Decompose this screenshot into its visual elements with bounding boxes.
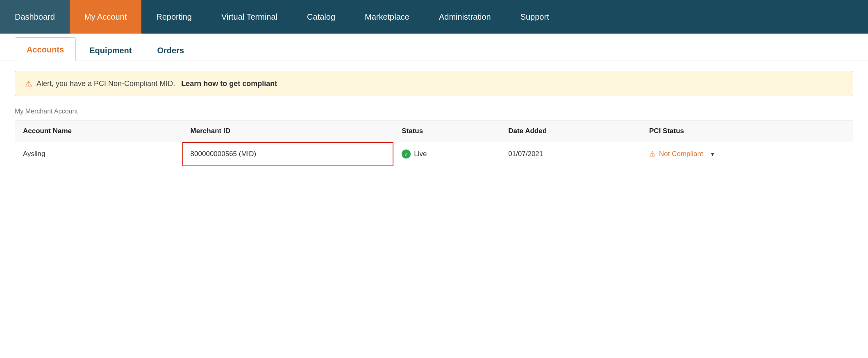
nav-item-reporting[interactable]: Reporting [141, 0, 207, 34]
pci-status-label: Not Compliant [659, 150, 703, 158]
tab-orders[interactable]: Orders [145, 38, 196, 61]
col-header-account-name: Account Name [15, 120, 182, 142]
nav-item-virtual-terminal[interactable]: Virtual Terminal [207, 0, 292, 34]
date-added-cell: 01/07/2021 [500, 142, 641, 166]
status-live-icon: ✓ [402, 150, 411, 159]
nav-item-my-account[interactable]: My Account [70, 0, 141, 34]
nav-item-support[interactable]: Support [506, 0, 564, 34]
nav-item-catalog[interactable]: Catalog [292, 0, 350, 34]
table-header-row: Account Name Merchant ID Status Date Add… [15, 120, 853, 142]
merchant-id-cell: 800000000565 (MID) [182, 142, 394, 166]
table-row: Aysling 800000000565 (MID) ✓ Live 01/07/… [15, 142, 853, 166]
col-header-status: Status [393, 120, 500, 142]
pci-not-compliant-indicator: ⚠ Not Compliant [649, 150, 703, 159]
status-cell: ✓ Live [393, 142, 500, 166]
col-header-merchant-id: Merchant ID [182, 120, 394, 142]
pci-dropdown-arrow[interactable]: ▼ [710, 151, 716, 157]
nav-item-marketplace[interactable]: Marketplace [350, 0, 424, 34]
top-navigation: Dashboard My Account Reporting Virtual T… [0, 0, 868, 34]
section-title: My Merchant Account [15, 108, 853, 115]
accounts-table: Account Name Merchant ID Status Date Add… [15, 120, 853, 166]
tab-accounts[interactable]: Accounts [15, 37, 76, 61]
pci-status-container: ⚠ Not Compliant ▼ [649, 150, 845, 159]
pci-warning-icon: ⚠ [649, 150, 656, 159]
pci-alert-banner: ⚠ Alert, you have a PCI Non-Compliant MI… [15, 71, 853, 96]
pci-status-cell: ⚠ Not Compliant ▼ [641, 142, 853, 166]
account-name-cell: Aysling [15, 142, 182, 166]
col-header-date-added: Date Added [500, 120, 641, 142]
warning-icon: ⚠ [25, 79, 32, 88]
col-header-pci-status: PCI Status [641, 120, 853, 142]
learn-compliant-link[interactable]: Learn how to get compliant [181, 79, 277, 88]
alert-text: Alert, you have a PCI Non-Compliant MID. [36, 79, 177, 88]
status-live-label: Live [414, 150, 427, 158]
tab-equipment[interactable]: Equipment [77, 38, 143, 61]
status-live-indicator: ✓ Live [402, 150, 492, 159]
nav-item-dashboard[interactable]: Dashboard [0, 0, 70, 34]
tabs-bar: Accounts Equipment Orders [0, 37, 868, 61]
main-content: ⚠ Alert, you have a PCI Non-Compliant MI… [0, 61, 868, 176]
nav-item-administration[interactable]: Administration [424, 0, 506, 34]
